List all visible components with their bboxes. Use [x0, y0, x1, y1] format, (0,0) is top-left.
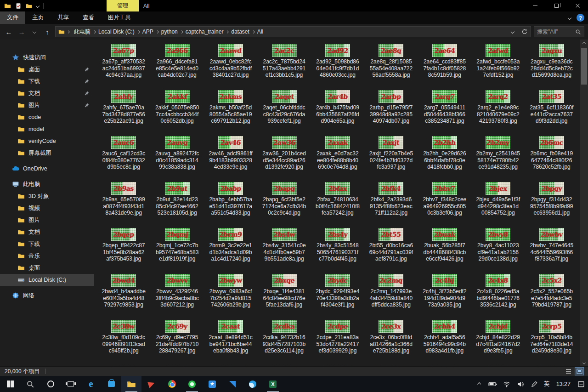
sidebar-item-2-6[interactable]: 桌面: [0, 262, 94, 274]
file-item[interactable]: 2at352at35_6cf118360fe441d2acca7637d9f3d…: [525, 88, 578, 134]
file-item[interactable]: 2c69y2c69y_d9ec779521da4fdd97fb710288479…: [150, 318, 204, 364]
sidebar-item-0-4[interactable]: code: [0, 111, 94, 123]
manage-contextual-tab[interactable]: 管理: [107, 0, 139, 11]
large-icons-view-button[interactable]: [575, 368, 583, 375]
file-item[interactable]: 2arg72arg7_05549411d50446438bf366c385234…: [418, 88, 471, 134]
file-item[interactable]: 2bhv72bhv7_f348c2ceea964926955c6050c3b3e…: [418, 180, 471, 226]
scroll-down-arrow-icon[interactable]: [580, 359, 588, 366]
file-item[interactable]: 2brm92brm9_3c2e22e1d1b34adca1d09ba1c4d17…: [204, 226, 257, 272]
restore-button[interactable]: [546, 0, 567, 11]
sidebar-item-section-3[interactable]: 网络: [0, 290, 94, 301]
sidebar-item-2-7[interactable]: Local Disk (C:): [0, 274, 94, 286]
clock[interactable]: 13:27: [553, 381, 574, 387]
sidebar-item-2-5[interactable]: 音乐: [0, 250, 94, 262]
search-icon[interactable]: [575, 29, 581, 35]
file-item[interactable]: 2b9as2b9as_65e57089a0874f4f93f43d18a431d…: [97, 180, 150, 226]
file-item[interactable]: 2b2my2b2my_c254194558174e7780fb42ce91d48…: [471, 134, 525, 180]
file-item[interactable]: [257, 364, 311, 366]
file-item[interactable]: 2bxqe2bxqe_1f4e438164c84ee98cd76e5fae13d…: [257, 272, 311, 318]
sidebar-item-0-7[interactable]: 屏幕截图: [0, 147, 94, 159]
ribbon-tab-4[interactable]: 图片工具: [101, 11, 138, 24]
file-item[interactable]: 2cdka2cdka_94732b1693d4457287103bd25e3c6…: [257, 318, 311, 364]
vscode-icon[interactable]: [222, 376, 243, 392]
file-item[interactable]: 2buak2buak_56b285f7db4448688438cbe6ccf94…: [418, 226, 471, 272]
sidebar-item-2-4[interactable]: 下载: [0, 238, 94, 250]
file-item[interactable]: 2ae8q2ae8q_28f1508555a54e408aa72256acf55…: [364, 42, 418, 88]
ribbon-tab-2[interactable]: 共享: [51, 11, 76, 24]
start-button[interactable]: [0, 376, 20, 392]
file-item[interactable]: 2ac2c2ac2c_7875bd24517a43aebb4291ef1c3bb…: [257, 42, 311, 88]
file-item[interactable]: 2auvg2auvg_a892472fcd0c41859adc31499c38a…: [150, 134, 204, 180]
ribbon-tab-0[interactable]: 文件: [0, 11, 25, 24]
battery-icon[interactable]: [486, 376, 500, 392]
sidebar-item-0-6[interactable]: verifyCode: [0, 135, 94, 147]
file-item[interactable]: [97, 364, 150, 366]
file-item[interactable]: 2axak2axak_e0d7ac32ee804fe88b8b4069c0e76…: [311, 134, 364, 180]
sidebar-item-0-2[interactable]: 文档: [0, 87, 94, 99]
breadcrumb-item[interactable]: All: [255, 28, 266, 35]
file-item[interactable]: 2afwd2afwd_bccfe053a1a24feb9f566b927efdf…: [471, 42, 525, 88]
file-item[interactable]: 2bfax2bfax_74810634b0ff4c16842410f8fea57…: [311, 180, 364, 226]
store-icon[interactable]: [101, 376, 121, 392]
file-item[interactable]: 2a67p2a67p_aff370532ac24d51ba699374c94c3…: [97, 42, 150, 88]
expand-ribbon-chevron-icon[interactable]: [568, 16, 571, 19]
excel-icon[interactable]: X: [263, 376, 283, 392]
scrollbar-thumb[interactable]: [581, 48, 587, 85]
breadcrumb-item[interactable]: 此电脑: [72, 28, 93, 36]
file-item[interactable]: 2bjex2bjex_d49a5e1f3fd944298c3fea1d00854…: [471, 180, 525, 226]
minimize-button[interactable]: [525, 0, 546, 11]
file-item[interactable]: 2aw362aw36_201b4cedd5e344cc89ad26d1392fe…: [257, 134, 311, 180]
properties-check-icon[interactable]: [15, 3, 22, 9]
file-item[interactable]: 2bqep2bqep_ff9422c871bf45e8b28aa62af375b…: [97, 226, 150, 272]
file-item[interactable]: 2akkf2akkf_05075e8507cc4acbbccb344f0c605…: [150, 88, 204, 134]
forward-button[interactable]: →: [17, 27, 27, 37]
sidebar-item-2-0[interactable]: 3D 对象: [0, 190, 94, 202]
file-item[interactable]: 2c4hj2c4hj_3f73b5edf2194d1f9de904d973a9a…: [418, 272, 471, 318]
refresh-button[interactable]: [520, 27, 530, 37]
close-button[interactable]: [567, 0, 588, 11]
volume-icon[interactable]: [514, 376, 527, 392]
back-button[interactable]: ←: [4, 27, 14, 37]
file-item[interactable]: 2c4x82c4x8_0226ed5abd9f446fae017763536c2…: [471, 272, 525, 318]
file-item[interactable]: 2bfk42bfk4_2a2393d691354f8fb623eac71ff11…: [364, 180, 418, 226]
file-item[interactable]: 2bapg2bapg_6cf3bf5e27174ce6a7cfb34b0c2c9…: [257, 180, 311, 226]
help-icon[interactable]: ?: [577, 14, 584, 22]
sidebar-item-0-0[interactable]: 桌面: [0, 63, 94, 75]
blue-app-icon[interactable]: [243, 376, 263, 392]
task-view-button[interactable]: [61, 376, 81, 392]
file-item[interactable]: 2ae642ae64_ccd83ff857fa4b1c8df058288c591…: [418, 42, 471, 88]
file-item[interactable]: 2av462av46_adcf9861ff9b4183b99033284ed33…: [204, 134, 257, 180]
file-item[interactable]: 2bqmj2bqmj_1ce72c7bb95747e68ba583e1df819…: [150, 226, 204, 272]
customize-toolbar-chevron-icon[interactable]: [36, 4, 40, 7]
file-item[interactable]: 2bwyw2bwyw_0983a6cf7b254d2a9fd815742606b…: [204, 272, 257, 318]
sidebar-item-section-2[interactable]: 此电脑: [0, 178, 94, 190]
tray-expand-chevron-icon[interactable]: [472, 376, 486, 392]
star-app-icon[interactable]: ★: [202, 376, 222, 392]
file-item[interactable]: 2arq22arq2_e1e4e89c821040679e09c24219378…: [471, 88, 525, 134]
file-item[interactable]: 2caat2caat_8e894d51cbe94171bc6be44eba0f8…: [204, 318, 257, 364]
address-dropdown-chevron-icon[interactable]: [508, 27, 518, 37]
file-item[interactable]: 2bt552bt55_d0bc16ca669c44d791ac039faef87…: [364, 226, 418, 272]
file-item[interactable]: 2b9ut2b9ut_82e14d2385c04c97ae4662523e181…: [150, 180, 204, 226]
sidebar-item-0-3[interactable]: 图片: [0, 99, 94, 111]
file-item[interactable]: [525, 364, 578, 366]
dart-app-icon[interactable]: [141, 376, 162, 392]
file-item[interactable]: 2ad922ad92_5098bd8604e041fc9f7db1d4860e0…: [311, 42, 364, 88]
taskbar-search-button[interactable]: [20, 376, 40, 392]
file-item[interactable]: 2b2hh2b2hh_0e29d6266bbf4dafbf78c0ed418fc…: [418, 134, 471, 180]
sidebar-item-2-2[interactable]: 图片: [0, 214, 94, 226]
file-item[interactable]: 2bs4w2bs4w_31541c0e4d1d4fb0ae59b79b551ad…: [257, 226, 311, 272]
up-button[interactable]: ↑: [42, 27, 52, 37]
file-item[interactable]: 2bvy82bvy8_4ac11023cf9e41a1ab215629d0ce1…: [471, 226, 525, 272]
edge-icon[interactable]: e: [81, 376, 101, 392]
breadcrumb-item[interactable]: captcha_trainer: [183, 28, 226, 35]
file-explorer-icon[interactable]: [121, 376, 141, 392]
file-item[interactable]: 2ce3x2ce3x_06bc0f8fda814266a1c366de725b1…: [364, 318, 418, 364]
chrome-icon[interactable]: [162, 376, 182, 392]
file-item[interactable]: [364, 364, 418, 366]
file-item[interactable]: 2bwbv2bwbv_747e46454c644f559693f66f87336…: [525, 226, 578, 272]
file-item[interactable]: 2c38w2c38w_f0d109cfc09946f891f13cadc945f…: [97, 318, 150, 364]
file-item[interactable]: 2babp2babp_4ebb57bae51d41d397617aa551c54…: [204, 180, 257, 226]
file-item[interactable]: 2chjd2chjd_84e822d29d7c4ff1af24167d2d9e3…: [471, 318, 525, 364]
ribbon-tab-3[interactable]: 查看: [76, 11, 101, 24]
